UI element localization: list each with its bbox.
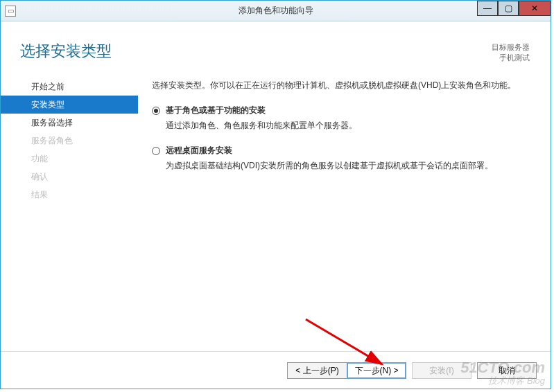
- maximize-button[interactable]: ▢: [498, 1, 519, 16]
- titlebar: ▭ 添加角色和功能向导 — ▢ ✕: [1, 1, 551, 21]
- nav-server-selection[interactable]: 服务器选择: [1, 114, 138, 132]
- header-row: 选择安装类型 目标服务器 手机测试: [1, 21, 551, 71]
- footer-buttons: < 上一步(P) 下一步(N) > 安装(I) 取消: [1, 351, 551, 389]
- nav-results: 结果: [1, 186, 138, 204]
- install-button: 安装(I): [412, 362, 471, 379]
- window-title: 添加角色和功能向导: [239, 5, 313, 17]
- nav-features: 功能: [1, 150, 138, 168]
- target-server-value: 手机测试: [492, 53, 530, 63]
- main-panel: 选择安装类型。你可以在正在运行的物理计算机、虚拟机或脱机虚拟硬盘(VHD)上安装…: [138, 71, 551, 351]
- target-server-box: 目标服务器 手机测试: [492, 41, 530, 64]
- app-icon: ▭: [5, 6, 16, 17]
- nav-installation-type[interactable]: 安装类型: [1, 96, 138, 114]
- close-button[interactable]: ✕: [519, 1, 551, 16]
- option-rds-label: 远程桌面服务安装: [166, 145, 232, 157]
- content: 选择安装类型 目标服务器 手机测试 开始之前 安装类型 服务器选择 服务器角色 …: [1, 21, 551, 389]
- mid-row: 开始之前 安装类型 服务器选择 服务器角色 功能 确认 结果 选择安装类型。你可…: [1, 71, 551, 351]
- nav-sidebar: 开始之前 安装类型 服务器选择 服务器角色 功能 确认 结果: [1, 71, 138, 351]
- option-rds[interactable]: 远程桌面服务安装: [152, 145, 537, 157]
- option-role-based[interactable]: 基于角色或基于功能的安装: [152, 105, 537, 116]
- nav-button-group: < 上一步(P) 下一步(N) >: [287, 362, 406, 379]
- option-role-based-desc: 通过添加角色、角色服务和功能来配置单个服务器。: [166, 119, 537, 132]
- nav-before-you-begin[interactable]: 开始之前: [1, 78, 138, 96]
- radio-icon[interactable]: [152, 147, 160, 155]
- previous-button[interactable]: < 上一步(P): [287, 362, 347, 379]
- option-role-based-label: 基于角色或基于功能的安装: [166, 105, 266, 116]
- intro-text: 选择安装类型。你可以在正在运行的物理计算机、虚拟机或脱机虚拟硬盘(VHD)上安装…: [152, 79, 537, 92]
- nav-confirmation: 确认: [1, 168, 138, 186]
- page-title: 选择安装类型: [20, 41, 112, 64]
- wizard-window: ▭ 添加角色和功能向导 — ▢ ✕ 选择安装类型 目标服务器 手机测试 开始之前…: [0, 0, 551, 389]
- option-rds-desc: 为虚拟桌面基础结构(VDI)安装所需的角色服务以创建基于虚拟机或基于会话的桌面部…: [166, 159, 537, 172]
- target-server-label: 目标服务器: [492, 42, 530, 53]
- minimize-button[interactable]: —: [477, 1, 498, 16]
- radio-icon[interactable]: [152, 107, 160, 115]
- next-button[interactable]: 下一步(N) >: [347, 362, 406, 379]
- cancel-button[interactable]: 取消: [477, 362, 537, 379]
- nav-server-roles: 服务器角色: [1, 132, 138, 150]
- window-controls: — ▢ ✕: [477, 1, 551, 16]
